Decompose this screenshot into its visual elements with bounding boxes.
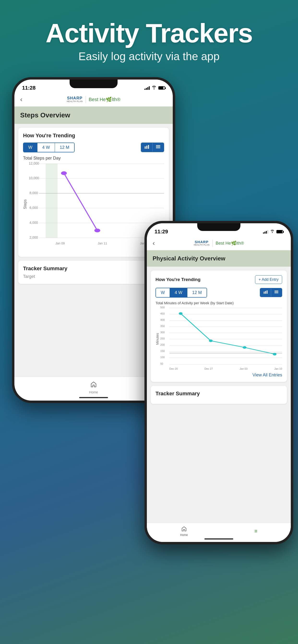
battery-icon-right [276,230,283,233]
nav-home[interactable]: Home [89,381,98,394]
view-all-entries-row: View All Entries [156,370,282,379]
home-indicator [79,397,108,398]
status-icons [144,86,165,90]
nav-home-right[interactable]: Home [180,526,188,537]
logo-divider-right [213,240,213,247]
time-tabs-right: W 4 W 12 M [156,288,207,298]
svg-rect-12 [274,290,278,291]
svg-point-7 [61,171,67,175]
card-title-row: How You're Trending + Add Entry [156,275,282,284]
svg-rect-11 [266,290,267,294]
svg-rect-9 [264,292,265,294]
minutes-y-axis: Minutes [156,333,159,345]
tracker-summary-title: Tracker Summary [23,266,164,272]
page-title: Activity Trackers [14,19,284,48]
status-time-right: 11:29 [155,228,168,235]
list-view-btn[interactable] [153,143,164,152]
tracker-summary-title-right: Tracker Summary [156,390,282,397]
tab-week-right[interactable]: W [156,288,170,297]
home-label: Home [89,390,98,394]
header-section: Activity Trackers Easily log activity vi… [0,0,298,72]
physical-activity-title: Physical Activity Overview [153,255,285,262]
view-toggle [141,142,164,152]
chart-area: 12,000 10,000 8,000 6,000 4,000 2,000 [29,164,164,245]
signal-icon-right [263,230,268,234]
view-all-row: View All [23,245,164,254]
back-button-right[interactable]: ‹ [153,239,155,247]
svg-rect-10 [265,291,266,294]
wifi-icon [152,86,157,90]
status-icons-right [263,230,283,234]
battery-icon [158,86,165,90]
svg-rect-1 [146,146,147,149]
phone-right-screen: 11:29 ‹ [147,223,291,542]
svg-rect-14 [274,293,278,293]
home-icon-right [181,526,187,532]
view-toggle-right [260,288,282,297]
time-selector-row-right: W 4 W 12 M [156,288,282,298]
signal-icon [144,86,150,90]
activity-x-axis: Dec 20 Dec 27 Jan 03 Jan 10 [169,367,282,370]
svg-rect-5 [156,148,160,148]
app-nav-left: ‹ SHARP HEALTH PLAN Best He🌿lth® [14,92,173,106]
svg-point-19 [273,353,277,355]
activity-svg [169,308,282,364]
svg-point-18 [243,346,247,348]
nav-menu-right[interactable]: ≡ [254,528,257,534]
tab-12month[interactable]: 12 M [55,143,74,152]
activity-chart-area: 500 450 400 350 300 250 200 150 100 50 [161,308,282,370]
volume-up-btn [12,132,13,144]
sharp-brand-name: SHARP [67,96,83,100]
trending-card-title: How You're Trending [23,132,164,139]
svg-rect-13 [274,292,278,292]
page-subtitle: Easily log activity via the app [14,50,284,63]
best-health-label: Best He🌿lth® [89,96,120,102]
best-health-label-right: Best He🌿lth® [216,240,244,246]
sharp-logo-right: SHARP HEALTH PLAN [194,240,209,246]
back-button[interactable]: ‹ [20,96,22,103]
notch [70,80,117,88]
app-nav-right: ‹ SHARP HEALTH PLAN Best He🌿lth® [147,236,291,250]
home-icon [90,381,97,389]
notch-right [197,223,240,231]
sharp-brand-sub-right: HEALTH PLAN [194,244,209,246]
brand-logo: SHARP HEALTH PLAN Best He🌿lth® [67,96,120,103]
bar-chart-btn[interactable] [141,143,153,152]
phones-wrapper: 11:28 ‹ [0,77,298,568]
time-selector-row: W 4 W 12 M [23,142,164,152]
view-all-entries-link[interactable]: View All Entries [252,372,282,377]
menu-icon-right: ≡ [254,528,257,534]
volume-down-btn [12,149,13,168]
svg-rect-3 [156,145,160,146]
list-view-btn-right[interactable] [271,288,282,296]
page-title-bar-right: Physical Activity Overview [147,250,291,267]
tab-12month-right[interactable]: 12 M [187,288,207,297]
tab-4week[interactable]: 4 W [37,143,55,152]
tracker-target-label: Target [23,274,164,279]
svg-rect-0 [145,146,146,149]
tab-week[interactable]: W [24,143,37,152]
svg-rect-4 [156,146,160,147]
time-tabs: W 4 W 12 M [23,142,75,152]
trending-card-right: How You're Trending + Add Entry W 4 W 12… [151,270,287,382]
tracker-summary-card-right: Tracker Summary [151,386,287,404]
logo-divider [86,96,86,103]
steps-chart: Steps 12,000 10,000 8,000 6,000 4,000 2,… [23,164,164,245]
brand-logo-right: SHARP HEALTH PLAN Best He🌿lth® [194,240,244,247]
sharp-logo: SHARP HEALTH PLAN [67,96,83,102]
svg-point-17 [209,340,213,342]
steps-page-title: Steps Overview [20,112,167,119]
sharp-brand-sub: HEALTH PLAN [67,100,83,102]
sharp-brand-name-right: SHARP [195,240,209,244]
steps-chart-svg [39,164,164,238]
activity-chart: Minutes 500 450 400 350 300 250 200 150 [156,308,282,370]
y-axis-label: Steps [23,199,27,209]
chart-label: Total Steps per Day [23,156,164,161]
svg-point-8 [94,228,100,232]
status-time: 11:28 [22,85,36,91]
power-btn [174,142,175,166]
tab-4week-right[interactable]: 4 W [170,288,187,297]
add-entry-button[interactable]: + Add Entry [255,275,282,284]
bar-chart-btn-right[interactable] [260,288,271,296]
home-indicator-right [204,538,233,540]
